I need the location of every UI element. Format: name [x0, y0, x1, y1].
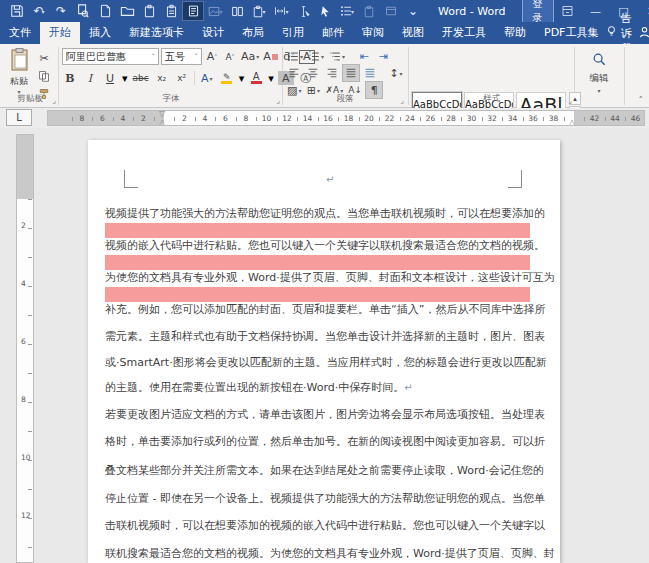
paragraph-dialog-launcher-icon[interactable]: ⌟ — [400, 96, 404, 105]
increase-indent-icon[interactable]: ⇥ — [375, 48, 391, 64]
horizontal-ruler[interactable]: ▽ △ △ 8642246810121416182022242628303234… — [47, 110, 645, 126]
paste-special-icon[interactable]: ▾ — [249, 2, 269, 20]
highlight-color-icon[interactable]: ✎ — [219, 70, 235, 86]
font-size-combo[interactable]: 五号˅ — [161, 48, 202, 65]
multilevel-list-icon[interactable]: ▾ — [328, 48, 346, 64]
text-line[interactable]: 需元素。主题和样式也有助于文档保持协调。当您单击设计并选择新的主题时，图片、图表 — [105, 330, 535, 344]
decrease-indent-icon[interactable]: ⇤ — [356, 48, 372, 64]
text-line[interactable]: 为使您的文档具有专业外观，Word·提供了页眉、页脚、封面和文本框设计，这些设计… — [105, 271, 535, 285]
ruler-number: 6 — [100, 114, 105, 123]
text-line[interactable]: 若要更改图片适应文档的方式，请单击该图片，图片旁边将会显示布局选项按钮。当处理表 — [105, 408, 535, 422]
tab-view[interactable]: 视图 — [393, 22, 433, 44]
ruler-number: 20 — [364, 114, 374, 123]
ruler-number: 2 — [182, 114, 187, 123]
paste-icon[interactable] — [139, 2, 159, 20]
justify-icon[interactable] — [343, 65, 359, 81]
qat-overflow-icon[interactable]: ⌄ — [403, 2, 423, 20]
underline-icon[interactable]: U — [102, 70, 118, 86]
overtype-cursor-icon[interactable] — [293, 2, 313, 20]
superscript-icon[interactable]: x² — [174, 70, 190, 86]
first-line-indent-marker[interactable]: ▽ — [159, 110, 165, 118]
hanging-indent-marker[interactable]: △ — [159, 119, 165, 126]
share-button[interactable]: 共享 — [639, 22, 649, 44]
text-line[interactable]: 击联机视频时，可以在想要添加的视频的嵌入代码中进行粘贴。您也可以键入一个关键字以 — [105, 519, 535, 533]
shrink-font-icon[interactable]: A˅ — [222, 49, 238, 65]
highlight-bar — [105, 287, 530, 302]
font-name-combo[interactable]: 阿里巴巴普惠˅ — [62, 48, 159, 65]
tab-help[interactable]: 帮助 — [495, 22, 535, 44]
align-center-icon[interactable] — [305, 65, 321, 81]
paste-button[interactable]: 粘贴 ▾ — [4, 48, 34, 95]
highlight-bar — [105, 255, 530, 270]
align-right-icon[interactable] — [324, 65, 340, 81]
reading-view-icon[interactable] — [183, 2, 203, 20]
clear-formatting-icon[interactable]: A — [262, 49, 279, 65]
new-document-icon[interactable] — [95, 2, 115, 20]
text-line[interactable]: 联机搜索最适合您的文档的视频。为使您的文档具有专业外观，Word·提供了页眉、页… — [105, 547, 535, 561]
save-icon[interactable] — [7, 2, 27, 20]
bullet-list-icon[interactable]: ▾ — [337, 2, 357, 20]
text-effects-icon[interactable]: A▾ — [199, 70, 215, 86]
ruler-number: 14 — [303, 114, 313, 123]
tab-review[interactable]: 审阅 — [353, 22, 393, 44]
tab-design[interactable]: 设计 — [193, 22, 233, 44]
ribbon-display-options-icon[interactable] — [554, 0, 582, 22]
minimize-button[interactable]: — — [582, 0, 610, 22]
text-line[interactable]: 视频提供了功能强大的方法帮助您证明您的观点。当您单击联机视频时，可以在想要添加的 — [105, 207, 535, 221]
print-preview-icon[interactable] — [73, 2, 93, 20]
close-button[interactable]: ✕ — [638, 0, 649, 22]
select-pointer-icon[interactable] — [315, 2, 335, 20]
tab-developer[interactable]: 开发工具 — [433, 22, 495, 44]
bullets-icon[interactable]: ▾ — [286, 48, 304, 64]
paste-keep-text-icon[interactable] — [161, 2, 181, 20]
align-left-icon[interactable] — [286, 65, 302, 81]
tab-home[interactable]: 开始 — [40, 22, 80, 44]
character-width-icon[interactable]: ▾ — [271, 2, 291, 20]
tab-layout[interactable]: 布局 — [233, 22, 273, 44]
right-indent-marker[interactable]: △ — [569, 119, 575, 126]
text-line[interactable]: 叠文档某些部分并关注所需文本。如果在达到结尾处之前需要停止读取，Word·会记住… — [105, 464, 535, 478]
ruler-number: 32 — [487, 114, 497, 123]
two-page-view-icon[interactable] — [227, 2, 247, 20]
line-spacing-icon[interactable]: ↕▾ — [388, 65, 404, 81]
text-line[interactable]: 格时，单击要添加行或列的位置，然后单击加号。在新的阅读视图中阅读更加容易。可以折 — [105, 435, 535, 449]
insert-picture-icon: ▾ — [205, 2, 225, 20]
undo-icon[interactable]: ↶▾ — [29, 2, 49, 20]
copy-icon[interactable] — [36, 68, 52, 84]
redo-icon[interactable]: ↷ — [51, 2, 71, 20]
text-line[interactable]: 视频的嵌入代码中进行粘贴。您也可以键入一个关键字以联机搜索最适合您的文档的视频。 — [105, 239, 535, 253]
font-dialog-launcher-icon[interactable]: ⌟ — [276, 96, 280, 105]
ruler-number: 8 — [80, 114, 85, 123]
text-line[interactable]: 停止位置 - 即使在另一个设备上。视频提供了功能强大的方法帮助您证明您的观点。当… — [105, 492, 535, 506]
editing-button[interactable]: 编辑 ▾ — [576, 52, 622, 94]
collapse-ribbon-icon[interactable]: ˄ — [639, 95, 644, 105]
open-folder-icon[interactable] — [117, 2, 137, 20]
cut-icon[interactable]: ✂ — [36, 50, 52, 66]
tab-insert[interactable]: 插入 — [80, 22, 120, 44]
italic-icon[interactable]: I — [82, 70, 98, 86]
tab-new-tab[interactable]: 新建选项卡 — [120, 22, 193, 44]
tell-me[interactable]: 告诉我 — [607, 22, 639, 44]
tab-mailings[interactable]: 邮件 — [313, 22, 353, 44]
styles-dialog-launcher-icon[interactable]: ⌟ — [568, 96, 572, 105]
text-line[interactable]: 或·SmartArt·图形将会更改以匹配新的主题。当应用样式时，您的标题会进行更… — [105, 356, 535, 370]
vertical-ruler[interactable]: 24681012 — [16, 134, 34, 563]
text-line[interactable]: 补充。例如，您可以添加匹配的封面、页眉和提要栏。单击“插入”，然后从不同库中选择… — [105, 303, 535, 317]
document-page[interactable]: ↵ 视频提供了功能强大的方法帮助您证明您的观点。当您单击联机视频时，可以在想要添… — [88, 140, 560, 563]
subscript-icon[interactable]: x₂ — [154, 70, 170, 86]
change-case-icon[interactable]: Aa▾ — [240, 49, 260, 65]
strikethrough-icon[interactable]: abc — [132, 70, 150, 86]
text-line[interactable]: 的主题。使用在需要位置出现的新按钮在·Word·中保存时间。↵ — [105, 381, 535, 395]
tab-references[interactable]: 引用 — [273, 22, 313, 44]
font-color-icon[interactable]: A — [248, 70, 264, 86]
grow-font-icon[interactable]: A˄ — [204, 49, 220, 65]
tab-file[interactable]: 文件 — [0, 22, 40, 44]
editing-caret-icon: ▾ — [576, 87, 622, 94]
tab-stop-selector[interactable]: L — [6, 109, 32, 126]
clipboard-group-label: 剪贴板 — [2, 93, 58, 105]
numbering-icon[interactable]: ▾ — [307, 48, 325, 64]
clipboard-dialog-launcher-icon[interactable]: ⌟ — [52, 96, 56, 105]
distribute-icon[interactable] — [362, 65, 378, 81]
bold-icon[interactable]: B — [62, 70, 78, 86]
tab-pdf-tools[interactable]: PDF工具集 — [535, 22, 607, 44]
